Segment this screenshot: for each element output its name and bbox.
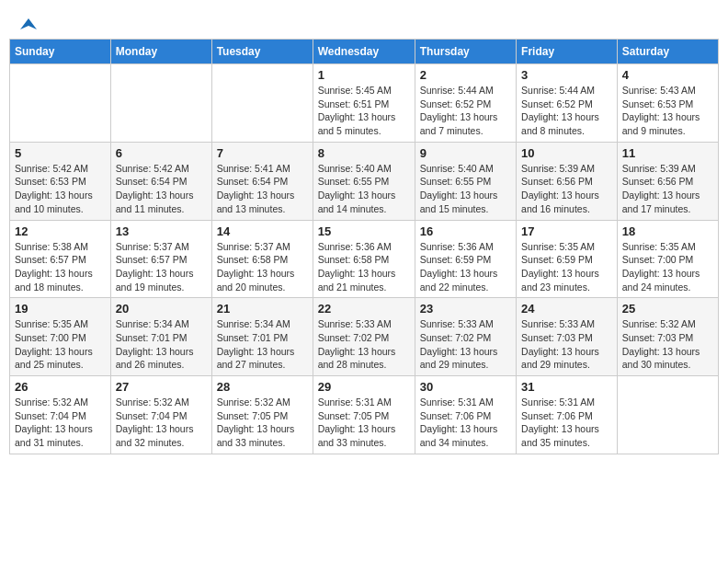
calendar-cell: 11Sunrise: 5:39 AM Sunset: 6:56 PM Dayli… (617, 142, 718, 220)
day-number: 17 (521, 224, 612, 238)
day-info: Sunrise: 5:41 AM Sunset: 6:54 PM Dayligh… (217, 162, 308, 216)
logo (18, 17, 37, 33)
logo-bird-icon (20, 17, 37, 33)
day-info: Sunrise: 5:33 AM Sunset: 7:02 PM Dayligh… (420, 317, 511, 372)
calendar-cell: 20Sunrise: 5:34 AM Sunset: 7:01 PM Dayli… (110, 298, 211, 376)
day-info: Sunrise: 5:31 AM Sunset: 7:06 PM Dayligh… (420, 396, 511, 450)
day-number: 18 (622, 224, 713, 238)
calendar-cell: 18Sunrise: 5:35 AM Sunset: 7:00 PM Dayli… (617, 220, 718, 298)
page-header (9, 9, 719, 39)
day-number: 25 (622, 302, 713, 316)
day-number: 12 (15, 224, 106, 238)
calendar-cell: 19Sunrise: 5:35 AM Sunset: 7:00 PM Dayli… (10, 298, 111, 376)
day-info: Sunrise: 5:45 AM Sunset: 6:51 PM Dayligh… (318, 84, 410, 138)
day-info: Sunrise: 5:37 AM Sunset: 6:57 PM Dayligh… (116, 240, 207, 294)
calendar-cell: 22Sunrise: 5:33 AM Sunset: 7:02 PM Dayli… (313, 298, 415, 376)
calendar-cell: 21Sunrise: 5:34 AM Sunset: 7:01 PM Dayli… (211, 298, 313, 376)
day-number: 31 (521, 380, 612, 394)
day-number: 24 (521, 302, 612, 316)
day-number: 21 (217, 302, 308, 316)
day-info: Sunrise: 5:33 AM Sunset: 7:03 PM Dayligh… (521, 317, 612, 372)
svg-marker-0 (20, 18, 37, 29)
calendar-cell: 8Sunrise: 5:40 AM Sunset: 6:55 PM Daylig… (313, 142, 415, 220)
calendar-cell: 14Sunrise: 5:37 AM Sunset: 6:58 PM Dayli… (211, 220, 313, 298)
day-info: Sunrise: 5:44 AM Sunset: 6:52 PM Dayligh… (521, 84, 612, 138)
day-info: Sunrise: 5:31 AM Sunset: 7:06 PM Dayligh… (521, 396, 612, 450)
day-info: Sunrise: 5:35 AM Sunset: 6:59 PM Dayligh… (521, 240, 612, 294)
calendar-cell: 1Sunrise: 5:45 AM Sunset: 6:51 PM Daylig… (313, 64, 415, 143)
day-number: 29 (318, 380, 410, 394)
day-info: Sunrise: 5:34 AM Sunset: 7:01 PM Dayligh… (217, 317, 308, 372)
day-info: Sunrise: 5:42 AM Sunset: 6:53 PM Dayligh… (15, 162, 106, 216)
calendar-header-wednesday: Wednesday (313, 40, 415, 64)
calendar-cell: 2Sunrise: 5:44 AM Sunset: 6:52 PM Daylig… (415, 64, 516, 143)
day-info: Sunrise: 5:39 AM Sunset: 6:56 PM Dayligh… (521, 162, 612, 216)
day-info: Sunrise: 5:35 AM Sunset: 7:00 PM Dayligh… (622, 240, 713, 294)
day-info: Sunrise: 5:40 AM Sunset: 6:55 PM Dayligh… (318, 162, 410, 216)
calendar-cell: 28Sunrise: 5:32 AM Sunset: 7:05 PM Dayli… (211, 376, 313, 454)
calendar-header-saturday: Saturday (617, 40, 718, 64)
day-info: Sunrise: 5:32 AM Sunset: 7:05 PM Dayligh… (217, 396, 308, 450)
day-info: Sunrise: 5:31 AM Sunset: 7:05 PM Dayligh… (318, 396, 410, 450)
calendar-cell: 5Sunrise: 5:42 AM Sunset: 6:53 PM Daylig… (10, 142, 111, 220)
calendar-header-tuesday: Tuesday (211, 40, 313, 64)
day-number: 8 (318, 146, 410, 160)
calendar-cell: 6Sunrise: 5:42 AM Sunset: 6:54 PM Daylig… (110, 142, 211, 220)
day-number: 6 (116, 146, 207, 160)
calendar-cell: 25Sunrise: 5:32 AM Sunset: 7:03 PM Dayli… (617, 298, 718, 376)
day-number: 13 (116, 224, 207, 238)
day-info: Sunrise: 5:34 AM Sunset: 7:01 PM Dayligh… (116, 317, 207, 372)
calendar-week-row: 5Sunrise: 5:42 AM Sunset: 6:53 PM Daylig… (10, 142, 719, 220)
day-info: Sunrise: 5:32 AM Sunset: 7:04 PM Dayligh… (116, 396, 207, 450)
day-info: Sunrise: 5:40 AM Sunset: 6:55 PM Dayligh… (420, 162, 511, 216)
day-info: Sunrise: 5:36 AM Sunset: 6:58 PM Dayligh… (318, 240, 410, 294)
day-info: Sunrise: 5:37 AM Sunset: 6:58 PM Dayligh… (217, 240, 308, 294)
calendar-header-row: SundayMondayTuesdayWednesdayThursdayFrid… (10, 40, 719, 64)
day-number: 3 (521, 68, 612, 82)
calendar-cell: 17Sunrise: 5:35 AM Sunset: 6:59 PM Dayli… (517, 220, 618, 298)
calendar-cell: 31Sunrise: 5:31 AM Sunset: 7:06 PM Dayli… (517, 376, 618, 454)
calendar-cell: 23Sunrise: 5:33 AM Sunset: 7:02 PM Dayli… (415, 298, 516, 376)
calendar-header-thursday: Thursday (415, 40, 516, 64)
day-number: 23 (420, 302, 511, 316)
day-number: 22 (318, 302, 410, 316)
day-info: Sunrise: 5:38 AM Sunset: 6:57 PM Dayligh… (15, 240, 106, 294)
day-number: 14 (217, 224, 308, 238)
calendar-cell: 4Sunrise: 5:43 AM Sunset: 6:53 PM Daylig… (617, 64, 718, 143)
calendar-cell: 15Sunrise: 5:36 AM Sunset: 6:58 PM Dayli… (313, 220, 415, 298)
day-number: 28 (217, 380, 308, 394)
day-info: Sunrise: 5:42 AM Sunset: 6:54 PM Dayligh… (116, 162, 207, 216)
day-number: 26 (15, 380, 106, 394)
day-number: 1 (318, 68, 410, 82)
calendar-cell: 12Sunrise: 5:38 AM Sunset: 6:57 PM Dayli… (10, 220, 111, 298)
day-number: 15 (318, 224, 410, 238)
day-number: 2 (420, 68, 511, 82)
calendar-cell (617, 376, 718, 454)
day-number: 10 (521, 146, 612, 160)
calendar-week-row: 26Sunrise: 5:32 AM Sunset: 7:04 PM Dayli… (10, 376, 719, 454)
day-info: Sunrise: 5:39 AM Sunset: 6:56 PM Dayligh… (622, 162, 713, 216)
calendar-cell: 30Sunrise: 5:31 AM Sunset: 7:06 PM Dayli… (415, 376, 516, 454)
day-info: Sunrise: 5:32 AM Sunset: 7:03 PM Dayligh… (622, 317, 713, 372)
calendar-table: SundayMondayTuesdayWednesdayThursdayFrid… (9, 39, 719, 454)
day-number: 19 (15, 302, 106, 316)
day-number: 27 (116, 380, 207, 394)
day-number: 7 (217, 146, 308, 160)
day-info: Sunrise: 5:43 AM Sunset: 6:53 PM Dayligh… (622, 84, 713, 138)
calendar-cell (10, 64, 111, 143)
day-number: 4 (622, 68, 713, 82)
calendar-cell: 29Sunrise: 5:31 AM Sunset: 7:05 PM Dayli… (313, 376, 415, 454)
day-number: 16 (420, 224, 511, 238)
calendar-cell: 16Sunrise: 5:36 AM Sunset: 6:59 PM Dayli… (415, 220, 516, 298)
day-number: 30 (420, 380, 511, 394)
calendar-cell: 27Sunrise: 5:32 AM Sunset: 7:04 PM Dayli… (110, 376, 211, 454)
calendar-header-monday: Monday (110, 40, 211, 64)
day-number: 5 (15, 146, 106, 160)
calendar-week-row: 1Sunrise: 5:45 AM Sunset: 6:51 PM Daylig… (10, 64, 719, 143)
calendar-header-friday: Friday (517, 40, 618, 64)
day-info: Sunrise: 5:32 AM Sunset: 7:04 PM Dayligh… (15, 396, 106, 450)
calendar-cell (110, 64, 211, 143)
day-info: Sunrise: 5:36 AM Sunset: 6:59 PM Dayligh… (420, 240, 511, 294)
day-info: Sunrise: 5:33 AM Sunset: 7:02 PM Dayligh… (318, 317, 410, 372)
day-number: 11 (622, 146, 713, 160)
